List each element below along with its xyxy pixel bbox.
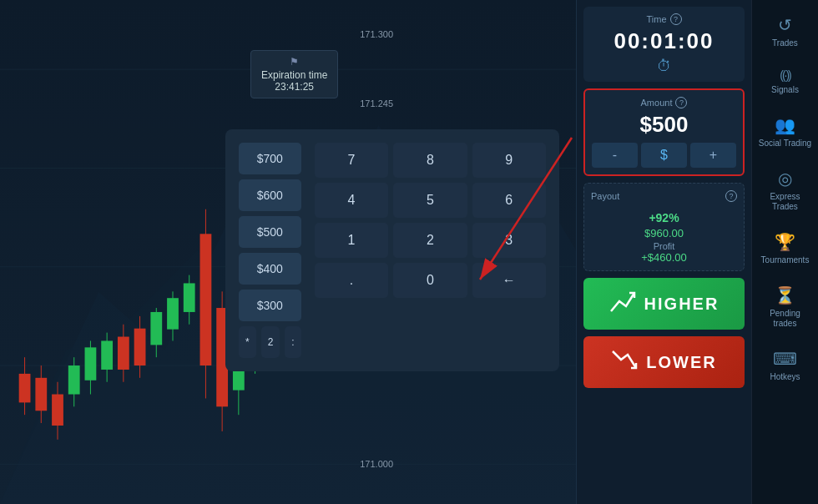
amount-section: Amount ? $500 - $ + [583, 88, 745, 176]
expiration-time: 23:41:25 [275, 81, 314, 93]
amount-info-icon[interactable]: ? [675, 97, 687, 108]
sidebar-item-express-trades[interactable]: ◎ Express Trades [752, 160, 818, 220]
trades-icon: ↺ [778, 15, 792, 35]
key-3[interactable]: 3 [472, 223, 546, 258]
amount-controls: - $ + [592, 143, 736, 168]
key-2-small[interactable]: 2 [261, 326, 280, 358]
payout-percent: +92% [591, 205, 737, 227]
amount-value[interactable]: $500 [592, 112, 736, 138]
svg-rect-28 [184, 283, 195, 312]
svg-rect-10 [35, 378, 47, 411]
svg-rect-8 [19, 374, 31, 403]
amount-label: Amount ? [592, 97, 736, 108]
profit-label: Profit [591, 241, 737, 251]
expiration-tooltip: Expiration time 23:41:25 [250, 50, 338, 98]
time-label: Time ? [590, 13, 738, 25]
svg-rect-22 [134, 329, 146, 365]
time-value: 00:01:00 [590, 28, 738, 54]
hotkeys-label: Hotkeys [770, 372, 800, 382]
express-trades-icon: ◎ [778, 169, 792, 189]
lower-button[interactable]: LOWER [583, 336, 745, 388]
amount-400[interactable]: $400 [239, 253, 301, 285]
svg-rect-24 [150, 312, 162, 345]
higher-label: HIGHER [644, 295, 720, 314]
svg-rect-20 [118, 337, 129, 370]
key-backspace[interactable]: ← [472, 263, 546, 298]
chart-area: Expiration time 23:41:25 171.300 171.245… [0, 0, 576, 504]
amount-500[interactable]: $500 [239, 216, 301, 248]
key-9[interactable]: 9 [472, 143, 546, 178]
tournaments-label: Tournaments [761, 255, 810, 265]
payout-section: Payout ? +92% $960.00 Profit +$460.00 [583, 183, 745, 271]
key-colon[interactable]: : [285, 326, 300, 358]
payout-amount: $960.00 [591, 227, 737, 239]
expiration-label: Expiration time [261, 69, 327, 81]
amount-plus-btn[interactable]: + [690, 143, 736, 168]
tournaments-icon: 🏆 [775, 232, 795, 252]
trading-panel: Time ? 00:01:00 ⏱ Amount ? $500 - $ + Pa… [576, 0, 751, 504]
key-4[interactable]: 4 [315, 183, 388, 218]
svg-rect-12 [52, 395, 63, 426]
profit-amount: +$460.00 [591, 251, 737, 264]
express-trades-label: Express Trades [757, 192, 813, 212]
key-2[interactable]: 2 [393, 223, 467, 258]
sidebar-item-hotkeys[interactable]: ⌨ Hotkeys [752, 340, 818, 391]
payout-header: Payout ? [591, 190, 737, 202]
svg-rect-26 [167, 298, 179, 329]
time-info-icon[interactable]: ? [670, 13, 682, 25]
pending-trades-label: Pending trades [757, 309, 813, 329]
trend-down-icon [611, 348, 638, 376]
key-1[interactable]: 1 [315, 223, 388, 258]
social-trading-label: Social Trading [759, 139, 811, 149]
key-8[interactable]: 8 [393, 143, 467, 178]
key-5[interactable]: 5 [393, 183, 467, 218]
number-grid: 7 8 9 4 5 6 1 2 3 . 0 ← [315, 143, 546, 358]
svg-rect-16 [85, 347, 97, 380]
amount-presets: $700 $600 $500 $400 $300 * 2 : [239, 143, 301, 358]
signals-label: Signals [771, 85, 799, 95]
key-dot[interactable]: . [315, 263, 388, 298]
sidebar-item-trades[interactable]: ↺ Trades [752, 7, 818, 57]
keypad-overlay: $700 $600 $500 $400 $300 * 2 : 7 8 9 [225, 129, 559, 371]
amount-700[interactable]: $700 [239, 143, 301, 174]
svg-rect-30 [200, 234, 212, 365]
key-6[interactable]: 6 [472, 183, 546, 218]
key-star[interactable]: * [239, 326, 256, 358]
amount-600[interactable]: $600 [239, 179, 301, 211]
clock-icon[interactable]: ⏱ [590, 58, 738, 75]
pending-trades-icon: ⏳ [775, 285, 795, 305]
amount-dollar-btn[interactable]: $ [641, 143, 687, 168]
sidebar-item-tournaments[interactable]: 🏆 Tournaments [752, 224, 818, 274]
social-trading-icon: 👥 [775, 115, 795, 135]
amount-minus-btn[interactable]: - [592, 143, 638, 168]
key-0[interactable]: 0 [393, 263, 467, 298]
price-mid: 171.245 [360, 98, 396, 108]
hotkeys-icon: ⌨ [773, 349, 797, 369]
price-bot: 171.000 [360, 459, 396, 469]
lower-label: LOWER [646, 353, 716, 372]
payout-label: Payout [591, 191, 619, 201]
signals-icon: ((·)) [780, 68, 790, 82]
sidebar-item-pending-trades[interactable]: ⏳ Pending trades [752, 277, 818, 337]
trend-up-icon [609, 290, 636, 318]
svg-rect-18 [101, 340, 113, 370]
time-section: Time ? 00:01:00 ⏱ [583, 7, 745, 82]
sidebar-item-signals[interactable]: ((·)) Signals [752, 60, 818, 103]
svg-rect-14 [68, 365, 80, 395]
key-7[interactable]: 7 [315, 143, 388, 178]
higher-button[interactable]: HIGHER [583, 278, 745, 330]
payout-info-icon[interactable]: ? [725, 190, 737, 202]
trades-label: Trades [772, 38, 798, 48]
price-top: 171.300 [360, 29, 396, 39]
sidebar-item-social-trading[interactable]: 👥 Social Trading [752, 107, 818, 157]
amount-300[interactable]: $300 [239, 290, 301, 321]
right-sidebar: ↺ Trades ((·)) Signals 👥 Social Trading … [751, 0, 818, 504]
